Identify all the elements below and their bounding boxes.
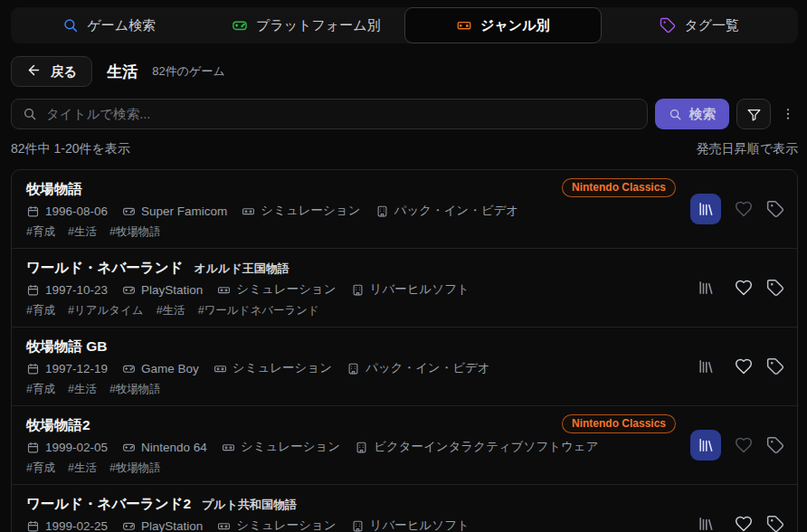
row-actions — [690, 351, 784, 382]
publisher-item: ビクターインタラクティブソフトウェア — [355, 439, 598, 455]
tag-label[interactable]: #牧場物語 — [109, 224, 161, 240]
game-row[interactable]: 牧場物語2 1999-02-05 Nintendo 64 シミュレーション — [12, 406, 797, 485]
tag-icon — [766, 436, 784, 454]
nav-tab-label: ジャンル別 — [480, 17, 549, 34]
favorite-button[interactable] — [735, 200, 753, 218]
genre-item: シミュレーション — [222, 439, 340, 455]
publisher-icon — [375, 204, 389, 218]
game-info: ワールド・ネバーランド オルルド王国物語 1997-10-23 PlayStat… — [26, 259, 783, 318]
calendar-icon — [26, 519, 40, 532]
tag-label[interactable]: #生活 — [68, 461, 97, 476]
favorite-button[interactable] — [735, 279, 753, 297]
tag-label[interactable]: #育成 — [26, 461, 55, 476]
cartridge-icon — [242, 204, 255, 218]
nav-tab-active[interactable]: ジャンル別 — [404, 7, 602, 43]
favorite-button[interactable] — [735, 436, 753, 454]
tag-label[interactable]: #育成 — [26, 303, 55, 318]
library-button[interactable] — [690, 351, 721, 382]
publisher-name: ビクターインタラクティブソフトウェア — [374, 439, 598, 455]
game-subtitle: オルルド王国物語 — [194, 261, 289, 277]
platform-name: PlayStation — [141, 283, 203, 297]
tag-button[interactable] — [766, 200, 784, 218]
game-subtitle: プルト共和国物語 — [202, 497, 297, 513]
tag-icon — [660, 17, 676, 33]
tag-label[interactable]: #生活 — [157, 303, 185, 318]
library-icon — [697, 515, 715, 532]
kebab-menu-icon — [781, 107, 795, 121]
tag-label[interactable]: #育成 — [26, 382, 55, 397]
game-row[interactable]: ワールド・ネバーランド オルルド王国物語 1997-10-23 PlayStat… — [12, 249, 797, 328]
game-list: 牧場物語 1996-08-06 Super Famicom シミュレーション — [11, 169, 798, 532]
tags-list: #育成#生活#牧場物語 — [26, 382, 783, 397]
library-icon — [697, 279, 715, 297]
tag-label[interactable]: #ワールドネバーランド — [198, 303, 319, 318]
game-row[interactable]: 牧場物語 1996-08-06 Super Famicom シミュレーション — [12, 170, 797, 249]
tag-icon — [766, 357, 784, 375]
row-actions — [690, 430, 784, 461]
nav-tab-label: プラットフォーム別 — [256, 17, 380, 34]
search-input[interactable] — [46, 107, 636, 121]
retro-console-icon — [456, 17, 472, 33]
game-row[interactable]: 牧場物語 GB 1997-12-19 Game Boy シミュレーション — [12, 328, 797, 406]
cartridge-icon — [214, 362, 227, 375]
genre-name: シミュレーション — [241, 439, 340, 455]
nav-tab-label: タグ一覧 — [684, 17, 739, 34]
genre-item: シミュレーション — [217, 518, 336, 532]
library-button[interactable] — [690, 194, 721, 224]
cartridge-icon — [217, 519, 231, 532]
game-info: 牧場物語 GB 1997-12-19 Game Boy シミュレーション — [26, 337, 783, 397]
more-options-button[interactable] — [778, 99, 798, 129]
library-button[interactable] — [690, 430, 721, 461]
tags-list: #育成#生活#牧場物語 — [26, 224, 783, 240]
cartridge-icon — [222, 441, 235, 454]
nav-tab-inactive[interactable]: タグ一覧 — [602, 7, 799, 43]
back-button[interactable]: 戻る — [11, 56, 92, 87]
calendar-icon — [26, 441, 40, 454]
release-date: 1999-02-25 — [45, 519, 108, 532]
tag-label[interactable]: #生活 — [68, 224, 97, 240]
tag-label[interactable]: #生活 — [68, 382, 97, 397]
game-info: ワールド・ネバーランド2 プルト共和国物語 1999-02-25 PlaySta… — [26, 495, 783, 532]
gamepad-icon — [232, 17, 248, 33]
release-date: 1996-08-06 — [45, 204, 108, 218]
release-date: 1997-12-19 — [45, 362, 108, 375]
publisher-name: リバーヒルソフト — [370, 518, 470, 532]
nav-tab-inactive[interactable]: ゲーム検索 — [11, 7, 208, 43]
filter-button[interactable] — [736, 99, 771, 129]
game-row[interactable]: ワールド・ネバーランド2 プルト共和国物語 1999-02-25 PlaySta… — [12, 485, 797, 532]
release-date-item: 1997-12-19 — [26, 362, 108, 375]
publisher-item: リバーヒルソフト — [351, 518, 470, 532]
release-date-item: 1999-02-25 — [26, 519, 108, 532]
page-title: 生活 — [107, 62, 138, 82]
game-title: 牧場物語 GB — [26, 337, 108, 356]
library-button[interactable] — [690, 272, 721, 303]
tags-list: #育成#生活#牧場物語 — [26, 461, 783, 476]
search-icon — [23, 107, 37, 121]
genre-item: シミュレーション — [217, 281, 336, 298]
favorite-button[interactable] — [735, 515, 753, 532]
search-box[interactable] — [11, 99, 648, 129]
favorite-button[interactable] — [735, 357, 753, 375]
nav-tab-inactive[interactable]: プラットフォーム別 — [208, 7, 405, 43]
heart-icon — [735, 515, 753, 532]
library-button[interactable] — [690, 508, 721, 532]
genre-name: シミュレーション — [236, 281, 336, 298]
genre-header: 戻る 生活 82件のゲーム — [11, 56, 798, 87]
tag-button[interactable] — [766, 279, 784, 297]
publisher-icon — [347, 362, 360, 375]
tag-label[interactable]: #リアルタイム — [68, 303, 144, 318]
tag-button[interactable] — [766, 436, 784, 454]
tag-label[interactable]: #育成 — [26, 224, 55, 240]
tag-button[interactable] — [766, 357, 784, 375]
gamepad-icon — [122, 519, 136, 532]
tag-label[interactable]: #牧場物語 — [109, 461, 161, 476]
tag-button[interactable] — [766, 515, 784, 532]
tag-label[interactable]: #牧場物語 — [109, 382, 161, 397]
search-button[interactable]: 検索 — [655, 99, 729, 129]
platform-name: Nintendo 64 — [141, 441, 207, 454]
filter-funnel-icon — [746, 107, 762, 122]
results-status-row: 82件中 1-20件を表示 発売日昇順で表示 — [11, 141, 798, 157]
library-icon — [697, 357, 715, 375]
game-title: 牧場物語 — [26, 180, 82, 199]
row-actions — [690, 272, 784, 303]
